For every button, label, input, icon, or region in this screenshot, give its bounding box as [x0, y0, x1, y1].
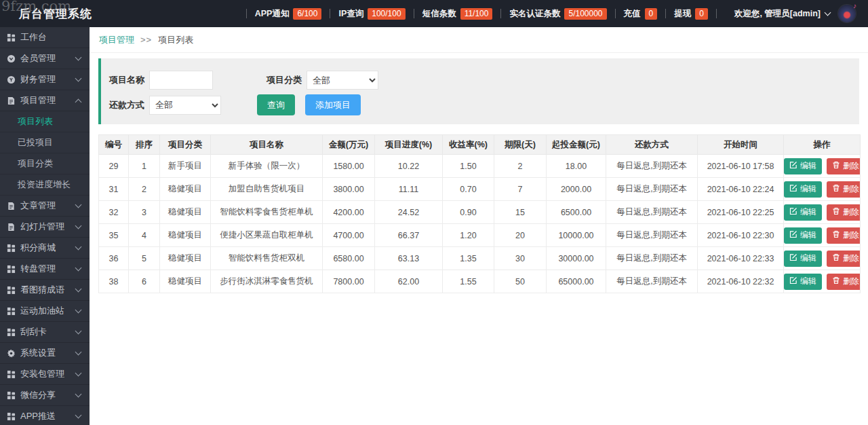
cell-name: 步行街冰淇淋零食售货机	[211, 270, 323, 293]
stat-recharge[interactable]: 充值 0	[624, 8, 658, 20]
sidebar-item-label: 看图猜成语	[20, 284, 71, 296]
sidebar-item-projects[interactable]: 项目管理	[0, 90, 90, 111]
col-header: 起投金额(元)	[547, 135, 606, 155]
col-header: 项目分类	[160, 135, 211, 155]
edit-button[interactable]: 编辑	[784, 158, 822, 174]
sidebar-item-wheel[interactable]: 转盘管理	[0, 259, 90, 280]
divider	[665, 9, 666, 18]
breadcrumb-section-link[interactable]: 项目管理	[99, 34, 134, 46]
chevron-up-icon	[75, 98, 82, 105]
sidebar-item-system-settings[interactable]: 系统设置	[0, 343, 90, 364]
content-area: 项目名称 项目分类 全部 还款方式 全部 查询 添加项目	[90, 53, 868, 293]
project-name-input[interactable]	[149, 71, 213, 90]
cell-amount: 4700.00	[323, 224, 375, 247]
member-icon	[7, 54, 16, 63]
sidebar-item-label: 项目管理	[20, 94, 71, 107]
cell-repay-method: 每日返息,到期还本	[606, 201, 698, 224]
filter-row-2: 还款方式 全部 查询 添加项目	[109, 94, 859, 115]
cell-progress: 63.13	[375, 247, 443, 270]
gear-icon	[7, 349, 16, 358]
sidebar-subitem-project-list[interactable]: 项目列表	[0, 111, 90, 132]
edit-label: 编辑	[800, 206, 816, 218]
cell-repay-method: 每日返息,到期还本	[606, 247, 698, 270]
sidebar-item-app-push[interactable]: APP推送	[0, 406, 90, 425]
sidebar-item-label: APP推送	[20, 410, 71, 422]
table-row: 38 6 稳健项目 步行街冰淇淋零食售货机 7800.00 62.00 1.55…	[99, 270, 861, 293]
repay-method-select[interactable]: 全部	[149, 96, 221, 115]
stat-realname-count[interactable]: 实名认证条数 5/100000	[509, 8, 606, 20]
sidebar-item-slides[interactable]: 幻灯片管理	[0, 217, 90, 238]
cell-term: 2	[494, 155, 547, 178]
cell-category: 稳健项目	[160, 270, 211, 293]
main-content: 项目管理 >> 项目列表 项目名称 项目分类 全部 还款方式 全部 查询 添加项…	[90, 27, 868, 425]
cell-min-invest: 30000.00	[547, 247, 606, 270]
chevron-down-icon	[75, 202, 82, 208]
delete-button[interactable]: 删除	[827, 181, 861, 198]
stat-badge: 5/100000	[564, 8, 606, 20]
edit-pencil-icon	[789, 161, 797, 171]
table-row: 29 1 新手项目 新手体验（限一次） 1580.00 10.22 1.50 2…	[99, 155, 861, 178]
user-menu[interactable]: 欢迎您, 管理员[admin]	[734, 8, 830, 20]
sidebar-subitem-project-categories[interactable]: 项目分类	[0, 153, 90, 174]
edit-pencil-icon	[789, 207, 797, 217]
breadcrumb: 项目管理 >> 项目列表	[90, 27, 868, 53]
col-header: 期限(天)	[494, 135, 547, 155]
sidebar-item-members[interactable]: 会员管理	[0, 48, 90, 69]
stat-withdraw[interactable]: 提现 0	[674, 8, 708, 20]
trash-icon	[832, 253, 840, 263]
cell-category: 稳健项目	[160, 201, 211, 224]
sidebar-subitem-investment-progress[interactable]: 投资进度增长	[0, 174, 90, 196]
chevron-down-icon	[75, 349, 82, 356]
stat-badge: 11/100	[460, 8, 493, 20]
sidebar-item-idiom-game[interactable]: 看图猜成语	[0, 280, 90, 301]
search-button[interactable]: 查询	[257, 94, 295, 115]
delete-label: 删除	[843, 253, 859, 264]
cell-amount: 4200.00	[323, 201, 375, 224]
edit-pencil-icon	[789, 253, 797, 263]
edit-button[interactable]: 编辑	[784, 227, 822, 244]
sidebar-item-finance[interactable]: 财务管理	[0, 69, 90, 90]
sidebar-subitem-label: 项目分类	[18, 158, 53, 170]
edit-button[interactable]: 编辑	[784, 251, 822, 267]
edit-button[interactable]: 编辑	[784, 181, 822, 198]
sidebar-item-wechat-share[interactable]: 微信分享	[0, 385, 90, 406]
sidebar-item-points-mall[interactable]: 积分商城	[0, 238, 90, 259]
delete-button[interactable]: 删除	[827, 227, 861, 244]
edit-button[interactable]: 编辑	[784, 204, 822, 221]
sidebar-item-label: 运动加油站	[20, 305, 71, 317]
stat-sms-count[interactable]: 短信条数 11/100	[422, 8, 493, 20]
sidebar-item-scratch-card[interactable]: 刮刮卡	[0, 322, 90, 343]
delete-button[interactable]: 删除	[827, 158, 861, 174]
stat-app-notice[interactable]: APP通知 6/100	[255, 8, 322, 20]
stat-label: APP通知	[255, 8, 290, 20]
sidebar-item-label: 转盘管理	[20, 263, 71, 275]
sidebar-subitem-invested-projects[interactable]: 已投项目	[0, 132, 90, 153]
cell-name: 智能饮料售货柜双机	[211, 247, 323, 270]
delete-button[interactable]: 删除	[827, 204, 861, 221]
cell-sort: 6	[129, 270, 160, 293]
grid-icon	[7, 33, 16, 42]
sidebar-item-packages[interactable]: 安装包管理	[0, 364, 90, 385]
project-category-select[interactable]: 全部	[307, 71, 378, 90]
delete-button[interactable]: 删除	[827, 274, 861, 290]
cell-min-invest: 2000.00	[547, 178, 606, 201]
add-project-button[interactable]: 添加项目	[305, 94, 361, 115]
sidebar-item-articles[interactable]: 文章管理	[0, 196, 90, 217]
edit-pencil-icon	[789, 276, 797, 287]
cell-name: 新手体验（限一次）	[211, 155, 323, 178]
stat-ip-query[interactable]: IP查询 100/100	[338, 8, 405, 20]
cell-start-time: 2021-06-10 22:25	[698, 201, 784, 224]
sidebar-subitem-label: 已投项目	[18, 136, 53, 149]
chevron-down-icon	[75, 286, 82, 293]
col-header: 排序	[129, 135, 160, 155]
stat-label: 短信条数	[422, 8, 456, 20]
sidebar-item-workbench[interactable]: 工作台	[0, 27, 90, 48]
cell-id: 32	[99, 201, 129, 224]
trash-icon	[832, 230, 840, 240]
delete-button[interactable]: 删除	[827, 251, 861, 267]
sidebar-item-sports[interactable]: 运动加油站	[0, 301, 90, 322]
edit-button[interactable]: 编辑	[784, 274, 822, 290]
avatar[interactable]: ♪	[838, 5, 856, 22]
chevron-down-icon	[75, 244, 82, 251]
sidebar-item-label: 系统设置	[20, 347, 71, 359]
